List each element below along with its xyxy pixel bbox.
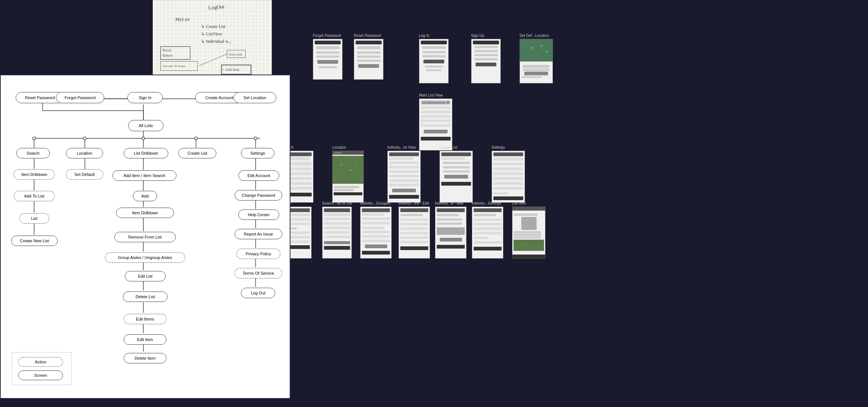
mockup-log-in-section: Log In [419,34,449,83]
mockup-individu-edit-label: Individu...ew - Edit [398,201,430,205]
mockup-individu-add-frame[interactable] [435,206,467,259]
node-edit-account[interactable]: Edit Account [238,170,279,181]
node-edit-items[interactable]: Edit Items [124,314,166,324]
mockup-list-item-section: List Item [512,201,546,259]
node-delete-list[interactable]: Delete List [123,291,168,302]
node-set-location[interactable]: Set Location [233,92,276,103]
mockup-location-label: Location [332,145,364,149]
mockup-settings-frame[interactable] [492,151,525,203]
node-create-list[interactable]: Create List [178,148,216,158]
node-delete-item[interactable]: Delete Item [124,353,166,363]
legend-screen: Screen [18,370,63,380]
node-item-drilldown-search[interactable]: Item Drilldown [14,169,55,180]
mockup-forgot-password-label: Forgot Password [313,34,343,38]
mockup-list-item-frame[interactable] [512,206,546,259]
mockup-individu-list-view-label: Individu...ist View [387,145,421,149]
legend-action: Action [18,357,63,367]
node-list[interactable]: List [19,213,49,224]
node-log-out[interactable]: Log Out [241,288,275,298]
svg-point-111 [254,137,257,140]
mockup-individu-add-section: Individu...w - Add [435,201,467,259]
node-search[interactable]: Search [16,148,50,158]
node-privacy-policy[interactable]: Privacy Policy [236,249,280,259]
mockup-individu-edit-frame[interactable] [398,206,430,259]
node-help-center[interactable]: Help Center [238,209,279,220]
mockup-list-item-label: List Item [512,201,546,205]
mockup-set-def-location-frame[interactable] [519,39,553,83]
svg-text:↳ ListView: ↳ ListView [201,31,222,37]
mockup-individu-settings-section: Individu...Settings [472,201,503,259]
mockup-main-list-view-frame[interactable] [419,98,452,151]
mockup-main-list-view-section: Main List View [419,93,452,151]
node-settings[interactable]: Settings [241,148,274,158]
mockup-sign-up-section: Sign Up [471,34,501,83]
mockup-main-list-view-label: Main List View [419,93,452,97]
svg-point-110 [194,137,197,140]
mockup-location-section: Location Location [332,145,364,203]
mockup-reset-password-label: Reset Password [354,34,384,38]
mockup-search-add-list-frame[interactable] [322,206,352,259]
mockup-settings-label: Settings [492,145,525,149]
mockup-individu-list-view-section: Individu...ist View [387,145,421,203]
mockup-search-add-list-section: Search...dd to List [322,201,352,259]
mockup-location-frame[interactable]: Location [332,151,364,203]
mockup-forgot-password-section: Forgot Password [313,34,343,80]
node-group-aisles[interactable]: Group Aisles / Ungroup Aisles [105,252,185,263]
svg-text:Bakery: Bakery [162,53,173,57]
svg-point-109 [142,137,145,140]
svg-text:Delete Edit: Delete Edit [229,53,243,56]
mockup-reset-password-section: Reset Password [354,34,384,80]
mockup-set-def-location-label: Set Def...Location [519,34,553,38]
mockup-reset-password-frame[interactable] [354,39,384,80]
node-all-lists[interactable]: All Lists [128,120,163,131]
node-add-to-list[interactable]: Add To List [14,191,55,201]
mockup-individu-grouped-label: Individu...Grouped [360,201,392,205]
mockup-search-add-list-label: Search...dd to List [322,201,352,205]
flowchart-container: Reset Password Forgot Password Sign In C… [0,75,290,399]
node-change-password[interactable]: Change Password [235,190,282,201]
mockup-forgot-password-frame[interactable] [313,39,343,80]
svg-text:+ Add Item: + Add Item [223,67,239,72]
node-terms-of-service[interactable]: Terms Of Service [235,268,282,278]
mockup-create-list-frame[interactable] [439,151,473,203]
mockup-create-list-label: Create List [439,145,473,149]
mockup-sign-up-label: Sign Up [471,34,501,38]
svg-text:Bread: Bread [162,48,171,52]
mockup-settings-section: Settings [492,145,525,203]
node-create-new-list[interactable]: Create New List [11,236,58,246]
legend-box: Action Screen [12,352,71,385]
mockup-create-list-section: Create List [439,145,473,203]
mockup-individu-settings-frame[interactable] [472,206,503,259]
node-add[interactable]: Add [133,191,157,201]
node-report-an-issue[interactable]: Report An Issue [235,229,282,239]
mockup-set-def-location-section: Set Def...Location [519,34,553,83]
svg-text:↳ Individual w...: ↳ Individual w... [201,39,231,44]
mockup-log-in-frame[interactable] [419,39,449,83]
svg-text:List one 10 items: List one 10 items [162,64,185,68]
node-add-item-search[interactable]: Add Item / Item Search [112,170,177,181]
svg-point-107 [33,137,36,140]
svg-text:↳ Create List: ↳ Create List [201,24,226,29]
node-forgot-password[interactable]: Forgot Password [56,92,104,103]
mockup-log-in-label: Log In [419,34,449,38]
mockup-individu-grouped-frame[interactable] [360,206,392,259]
mockup-individu-grouped-section: Individu...Grouped [360,201,392,259]
sketch-area: LogOut MyList ↳ Create List ↳ ListView ↳… [153,0,272,82]
node-item-drilldown-list[interactable]: Item Drilldown [116,208,174,218]
mockup-individu-add-label: Individu...w - Add [435,201,467,205]
node-sign-in[interactable]: Sign In [127,92,163,103]
svg-point-108 [83,137,86,140]
node-remove-from-list[interactable]: Remove From List [114,232,176,242]
node-set-default[interactable]: Set Default [66,169,103,180]
mockup-individu-settings-label: Individu...Settings [472,201,503,205]
node-location[interactable]: Location [66,148,103,158]
svg-text:MyList: MyList [175,17,190,22]
mockup-individu-edit-section: Individu...ew - Edit [398,201,430,259]
node-edit-list[interactable]: Edit List [125,271,166,281]
node-list-drilldown[interactable]: List Drilldown [124,148,168,158]
mockup-sign-up-frame[interactable] [471,39,501,83]
mockup-individu-list-view-frame[interactable] [387,151,421,203]
node-edit-item[interactable]: Edit Item [124,334,166,345]
